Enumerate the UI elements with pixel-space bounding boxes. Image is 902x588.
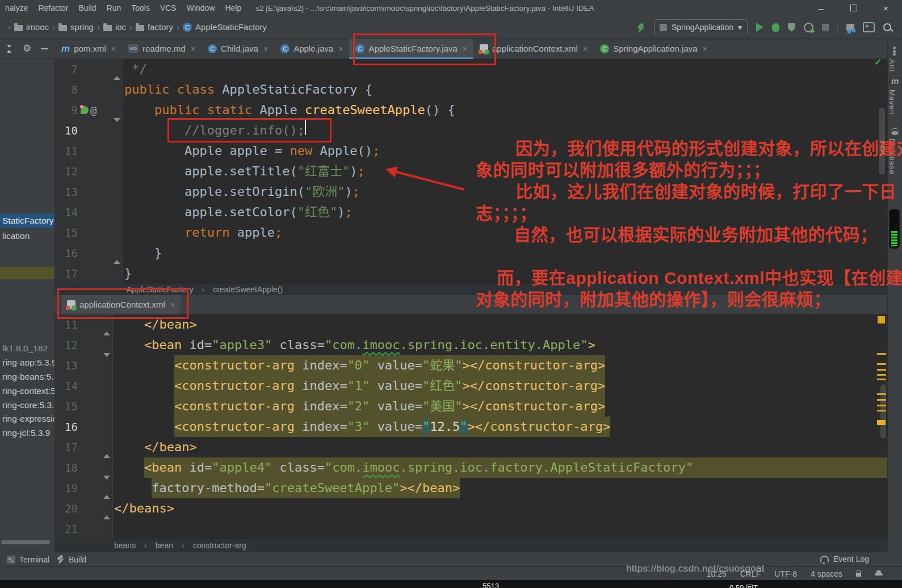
toolwindow-terminal[interactable]: Terminal — [7, 555, 49, 564]
breadcrumb-spring[interactable]: spring — [58, 22, 94, 32]
inspections-ok-icon[interactable]: ✓ — [874, 57, 882, 68]
close-icon[interactable]: × — [703, 44, 707, 53]
spring-bean-icon[interactable] — [81, 106, 89, 114]
build-hammer-icon[interactable] — [636, 23, 645, 32]
sidebar-item-spring-expression[interactable]: ring-expressio — [0, 411, 54, 426]
tab-child-java[interactable]: C Child.java × — [202, 39, 274, 58]
run-configuration-select[interactable]: SpringApplication ▾ — [654, 19, 748, 35]
xml-editor-scrollbar[interactable] — [880, 384, 886, 439]
code-line-11[interactable]: 11 </bean> — [55, 314, 887, 335]
tab-pom-xml[interactable]: m pom.xml × — [55, 39, 122, 58]
code-line-17[interactable]: 17} — [55, 263, 887, 284]
gear-icon[interactable]: ⚙ — [23, 44, 31, 53]
close-button[interactable]: × — [870, 0, 902, 16]
code-line-19[interactable]: 19 factory-method="createSweetApple"></b… — [55, 478, 887, 498]
tab-readme-md[interactable]: MD readme.md × — [122, 39, 202, 58]
tab-springapplication-java[interactable]: C SpringApplication.java × — [594, 39, 714, 58]
scroll-from-source-icon[interactable] — [6, 45, 13, 53]
toolwindow-database[interactable]: Database — [888, 138, 902, 175]
code-line-14[interactable]: 14 apple.setColor("红色"); — [55, 202, 887, 222]
code-line-15[interactable]: 15 return apple; — [55, 222, 887, 243]
menu-help[interactable]: Help — [220, 3, 247, 12]
menu-window[interactable]: Window — [182, 3, 220, 12]
line-ending-indicator[interactable]: CRLF — [740, 569, 761, 578]
close-icon[interactable]: × — [170, 300, 175, 309]
code-line-16[interactable]: 16 } — [55, 243, 887, 263]
code-line-20[interactable]: 20</beans> — [55, 498, 887, 519]
event-log-button[interactable]: Event Log — [820, 552, 869, 566]
toolwindow-ant[interactable]: Ant — [888, 59, 902, 72]
code-line-12[interactable]: 12 apple.setTitle("红富士"); — [55, 161, 887, 182]
xml-editor[interactable]: 11 </bean>12 <bean id="apple3" class="co… — [55, 314, 887, 539]
java-editor[interactable]: 7 */8public class AppleStaticFactory {9@… — [55, 59, 887, 284]
menu-refactor[interactable]: Refactor — [33, 3, 73, 12]
code-line-17[interactable]: 17 </bean> — [55, 437, 887, 457]
code-line-7[interactable]: 7 */ — [55, 59, 887, 79]
code-line-13[interactable]: 13 apple.setOrigin("欧洲"); — [55, 182, 887, 202]
profiler-button[interactable] — [804, 23, 813, 32]
java-editor-scrollbar[interactable] — [879, 108, 885, 175]
code-line-10[interactable]: 10 //logger.info(); — [55, 120, 887, 141]
code-line-11[interactable]: 11 Apple apple = new Apple(); — [55, 141, 887, 161]
breadcrumb-factory[interactable]: factory — [136, 22, 173, 32]
breadcrumb-method[interactable]: createSweetApple() — [213, 285, 283, 294]
menu-analyze[interactable]: nalyze — [0, 3, 33, 12]
close-icon[interactable]: × — [111, 44, 116, 53]
maximize-button[interactable] — [837, 0, 870, 16]
breadcrumb-class[interactable]: CAppleStaticFactory — [183, 22, 267, 32]
sidebar-item-spring-context[interactable]: ring-context:5 — [0, 384, 54, 398]
close-icon[interactable]: × — [463, 44, 467, 53]
sidebar-item-spring-aop[interactable]: ring-aop:5.3.9 — [0, 355, 54, 369]
sidebar-item-applestaticfactory[interactable]: StaticFactory — [0, 213, 54, 228]
close-icon[interactable]: × — [583, 44, 588, 53]
project-structure-icon[interactable] — [846, 24, 854, 31]
breadcrumb-ioc[interactable]: ioc — [103, 22, 126, 32]
hide-panel-icon[interactable] — [41, 48, 48, 49]
code-line-18[interactable]: 18 <bean id="apple4" class="com.imooc.sp… — [55, 457, 887, 478]
menu-build[interactable]: Build — [73, 3, 101, 12]
sidebar-item-spring-core[interactable]: ring-core:5.3. — [0, 398, 54, 412]
tab-applestaticfactory-java[interactable]: C AppleStaticFactory.java × — [349, 39, 473, 58]
stop-button[interactable] — [822, 24, 829, 31]
close-icon[interactable]: × — [338, 44, 343, 53]
code-line-16[interactable]: 16 <constructor-arg index="3" value="12.… — [55, 417, 887, 437]
darcula-hat-icon[interactable] — [875, 573, 883, 576]
toolwindow-maven[interactable]: Maven — [888, 90, 902, 115]
menu-tools[interactable]: Tools — [126, 3, 155, 12]
breadcrumb-beans[interactable]: beans — [114, 541, 136, 550]
breadcrumb-bean[interactable]: bean — [156, 541, 173, 550]
breadcrumb-imooc[interactable]: imooc — [14, 22, 49, 32]
toolwindow-build[interactable]: Build — [56, 555, 86, 564]
close-icon[interactable]: × — [191, 44, 195, 53]
sidebar-item-spring-beans[interactable]: ring-beans:5.3 — [0, 369, 54, 384]
coverage-button[interactable] — [788, 23, 795, 32]
readonly-lock-icon[interactable] — [856, 573, 861, 577]
breadcrumb-constructor-arg[interactable]: constructor-arg — [193, 541, 246, 550]
run-button[interactable] — [756, 23, 763, 32]
code-line-8[interactable]: 8public class AppleStaticFactory { — [55, 79, 887, 100]
code-line-13[interactable]: 13 <constructor-arg index="0" value="蛇果"… — [55, 355, 887, 376]
code-line-9[interactable]: 9@ public static Apple createSweetApple(… — [55, 100, 887, 120]
menu-run[interactable]: Run — [102, 3, 127, 12]
code-line-14[interactable]: 14 <constructor-arg index="1" value="红色"… — [55, 376, 887, 396]
sidebar-item-springapplication[interactable]: lication — [0, 229, 54, 243]
tab-applicationcontext-xml[interactable]: applicationContext.xml × — [473, 39, 594, 58]
horizontal-scrollbar[interactable] — [1, 540, 50, 544]
menu-vcs[interactable]: VCS — [155, 3, 182, 12]
indent-indicator[interactable]: 4 spaces — [811, 569, 842, 578]
breadcrumb-class[interactable]: AppleStaticFactory — [127, 285, 194, 294]
sidebar-item-jdk[interactable]: lk1.8.0_162 — [0, 341, 54, 355]
minimize-button[interactable]: – — [805, 0, 837, 16]
close-icon[interactable]: × — [263, 44, 268, 53]
run-anything-icon[interactable] — [863, 22, 875, 32]
tab-applicationcontext-xml-lower[interactable]: applicationContext.xml × — [61, 295, 181, 314]
search-icon[interactable] — [883, 23, 891, 31]
code-line-15[interactable]: 15 <constructor-arg index="2" value="美国"… — [55, 396, 887, 417]
at-icon[interactable]: @ — [90, 100, 97, 120]
code-line-12[interactable]: 12 <bean id="apple3" class="com.imooc.sp… — [55, 335, 887, 355]
debug-button[interactable] — [772, 23, 779, 32]
sidebar-item-spring-jcl[interactable]: ring-jcl:5.3.9 — [0, 426, 54, 440]
encoding-indicator[interactable]: UTF-8 — [774, 569, 797, 578]
code-line-21[interactable]: 21 — [55, 519, 887, 539]
tab-apple-java[interactable]: C Apple.java × — [274, 39, 349, 58]
